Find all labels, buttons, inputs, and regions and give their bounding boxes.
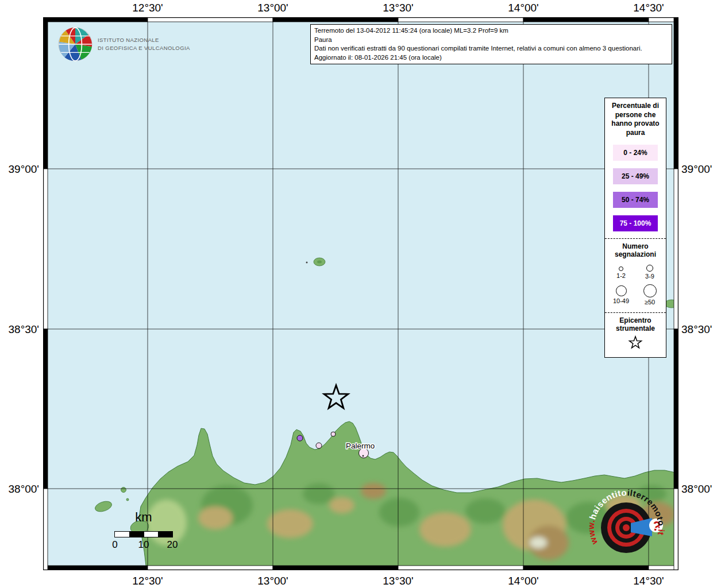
- count-label-50plus: ≥50: [635, 299, 664, 305]
- report-marker: [316, 443, 322, 448]
- count-label-3-9: 3-9: [635, 273, 664, 280]
- lon-label-top-1: 12°30': [122, 2, 173, 14]
- lat-label-left-1: 39°00': [0, 163, 39, 176]
- count-circle-1-2-icon: [619, 266, 623, 271]
- legend-epicenter-title: Epicentro strumentale: [607, 316, 664, 332]
- ingv-logo: ISTITUTO NAZIONALE DI GEOFISICA E VULCAN…: [57, 26, 190, 62]
- ingv-name-line1: ISTITUTO NAZIONALE: [98, 36, 190, 44]
- scale-tick-20: 20: [165, 539, 180, 551]
- legend-separator: [605, 238, 666, 239]
- count-label-1-2: 1-2: [607, 272, 635, 279]
- event-disclaimer: Dati non verificati estratti da 90 quest…: [314, 44, 668, 53]
- lat-label-right-1: 39°00': [681, 163, 721, 176]
- legend-counts-title: Numero segnalazioni: [607, 242, 664, 258]
- lon-label-bottom-2: 13°00': [247, 575, 299, 587]
- event-info-box: Terremoto del 13-04-2012 11:45:24 (ora l…: [310, 24, 672, 64]
- legend-class-75-100: 75 - 100%: [613, 215, 658, 231]
- scale-tick-10: 10: [136, 539, 151, 551]
- watermark-www: www.: [586, 519, 600, 547]
- epicenter-star-icon: [626, 335, 645, 351]
- ingv-name: ISTITUTO NAZIONALE DI GEOFISICA E VULCAN…: [98, 36, 190, 52]
- haisentitoilterremoto-logo[interactable]: ? www.haisentitoilterremoto.it: [583, 485, 669, 574]
- count-circle-50plus-icon: [643, 284, 657, 297]
- lat-label-right-3: 38°00': [681, 483, 721, 496]
- lon-label-bottom-3: 13°30': [372, 575, 424, 587]
- count-circle-3-9-icon: [646, 265, 653, 272]
- ingv-globe-icon: [57, 26, 93, 62]
- legend-count-50plus: ≥50: [635, 283, 664, 305]
- count-label-10-49: 10-49: [607, 297, 635, 304]
- legend-count-row-small: 1-2 3-9: [607, 262, 664, 280]
- palermo-city-dot: [363, 455, 364, 457]
- legend-title: Percentuale di persone che hanno provato…: [607, 102, 664, 137]
- legend-count-row-large: 10-49 ≥50: [607, 283, 664, 305]
- legend-class-50-74: 50 - 74%: [613, 192, 658, 208]
- lon-label-top-5: 14°30': [623, 2, 674, 14]
- lon-label-bottom-5: 14°30': [623, 575, 674, 587]
- lon-label-top-2: 13°00': [247, 2, 299, 14]
- island-levanzo: [121, 488, 126, 493]
- lon-label-bottom-4: 14°00': [498, 575, 549, 587]
- legend-count-10-49: 10-49: [607, 283, 635, 305]
- lat-label-left-3: 38°00': [0, 483, 39, 496]
- lat-label-right-2: 38°30': [681, 323, 721, 336]
- watermark-tld: .it: [656, 526, 666, 536]
- event-effect: Paura: [314, 36, 668, 45]
- report-marker: [331, 432, 336, 436]
- scale-bar-unit: km: [111, 510, 176, 525]
- target-center-icon: [623, 524, 630, 531]
- legend-class-25-49: 25 - 49%: [613, 168, 658, 184]
- legend-count-3-9: 3-9: [635, 262, 664, 280]
- event-updated: Aggiornato il: 08-01-2026 21:45 (ora loc…: [314, 53, 668, 63]
- page: Palermo: [0, 0, 721, 588]
- legend-class-0-24: 0 - 24%: [613, 145, 658, 161]
- lat-label-left-2: 38°30': [0, 323, 39, 336]
- scale-bar: km 0 10 20: [111, 510, 176, 555]
- legend-separator-2: [605, 312, 666, 313]
- ingv-name-line2: DI GEOFISICA E VULCANOLOGIA: [98, 44, 190, 52]
- lon-label-top-3: 13°30': [372, 2, 424, 14]
- scale-tick-0: 0: [107, 539, 122, 551]
- report-marker: [297, 435, 303, 441]
- lon-label-bottom-1: 12°30': [122, 575, 173, 587]
- scale-bar-segments: [114, 531, 173, 537]
- event-title: Terremoto del 13-04-2012 11:45:24 (ora l…: [314, 26, 668, 36]
- lon-label-top-4: 14°00': [498, 2, 549, 14]
- legend-count-1-2: 1-2: [607, 262, 635, 280]
- count-circle-10-49-icon: [616, 285, 627, 296]
- place-label-palermo: Palermo: [346, 442, 375, 450]
- legend: Percentuale di persone che hanno provato…: [604, 98, 666, 358]
